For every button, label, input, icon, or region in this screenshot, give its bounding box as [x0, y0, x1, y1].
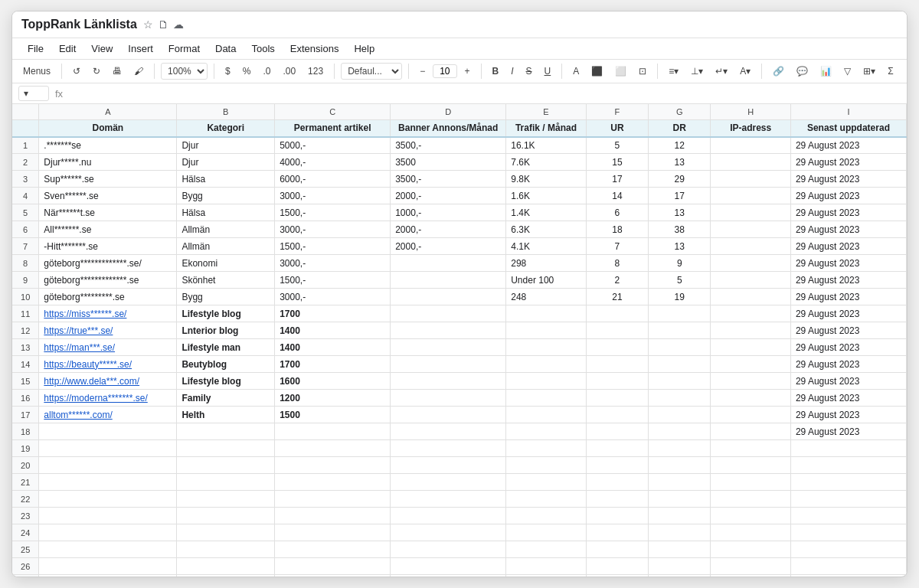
- percent-button[interactable]: %: [238, 64, 256, 79]
- empty-cell[interactable]: [391, 541, 506, 558]
- cell-A-2[interactable]: Djur*****.nu: [39, 154, 177, 171]
- cell-H-12[interactable]: [711, 322, 791, 339]
- menus-button[interactable]: Menus: [18, 64, 55, 79]
- cell-H-8[interactable]: [711, 255, 791, 272]
- empty-cell[interactable]: [177, 474, 275, 491]
- cell-C-2[interactable]: 4000,-: [275, 154, 391, 171]
- col-header-E[interactable]: E: [506, 104, 587, 120]
- cell-E-16[interactable]: [506, 390, 587, 407]
- cell-H-14[interactable]: [711, 356, 791, 373]
- cell-B-3[interactable]: Hälsa: [177, 171, 275, 188]
- cell-G-10[interactable]: 19: [649, 289, 711, 305]
- cell-I-11[interactable]: 29 August 2023: [790, 305, 906, 322]
- cell-A-3[interactable]: Sup******.se: [39, 171, 177, 188]
- cell-G-2[interactable]: 13: [649, 154, 711, 171]
- empty-cell[interactable]: [391, 575, 506, 577]
- empty-cell[interactable]: [586, 508, 648, 524]
- cell-F-6[interactable]: 18: [586, 221, 648, 238]
- cell-F-13[interactable]: [586, 339, 648, 356]
- empty-cell[interactable]: [506, 508, 587, 524]
- cell-I-15[interactable]: 29 August 2023: [790, 373, 906, 390]
- col-header-F[interactable]: F: [586, 104, 648, 120]
- cell-A-8[interactable]: göteborg*************.se/: [39, 255, 177, 272]
- table-row[interactable]: 13https://man***.se/Lifestyle man140029 …: [12, 339, 907, 356]
- col-header-A[interactable]: A: [39, 104, 177, 120]
- currency-button[interactable]: $: [221, 64, 235, 79]
- undo-button[interactable]: ↺: [68, 64, 85, 79]
- empty-cell[interactable]: [649, 524, 711, 541]
- cell-B-12[interactable]: Lnterior blog: [177, 322, 275, 339]
- cell-A-6[interactable]: All*******.se: [39, 221, 177, 238]
- cell-F-17[interactable]: [586, 407, 648, 423]
- cell-D-17[interactable]: [391, 407, 506, 423]
- link-button[interactable]: 🔗: [768, 64, 789, 79]
- table-row[interactable]: 1829 August 2023: [12, 423, 907, 440]
- cell-B-10[interactable]: Bygg: [177, 289, 275, 305]
- cell-B-11[interactable]: Lifestyle blog: [177, 305, 275, 322]
- cell-C-13[interactable]: 1400: [275, 339, 391, 356]
- cell-D-16[interactable]: [391, 390, 506, 407]
- menu-format[interactable]: Format: [162, 40, 206, 57]
- cell-F-18[interactable]: [586, 423, 648, 440]
- cell-D-18[interactable]: [391, 423, 506, 440]
- empty-cell[interactable]: [177, 524, 275, 541]
- cell-A-5[interactable]: När******t.se: [39, 204, 177, 221]
- font-select[interactable]: Defaul...: [341, 63, 402, 80]
- cell-F-4[interactable]: 14: [586, 188, 648, 204]
- paint-format-button[interactable]: 🖌: [129, 64, 148, 79]
- table-row[interactable]: 5När******t.seHälsa1500,-1000,-1.4K61329…: [12, 204, 907, 221]
- cell-F-9[interactable]: 2: [586, 272, 648, 289]
- empty-cell[interactable]: [275, 575, 391, 577]
- cell-C-18[interactable]: [275, 423, 391, 440]
- cell-A-7[interactable]: -Hitt*******.se: [39, 238, 177, 255]
- strikethrough-button[interactable]: S: [522, 64, 537, 79]
- font-size-increase-button[interactable]: +: [460, 64, 475, 79]
- cell-A-12[interactable]: https://true***.se/: [39, 322, 177, 339]
- empty-cell[interactable]: [506, 457, 587, 474]
- empty-cell[interactable]: [711, 541, 791, 558]
- empty-cell[interactable]: [586, 491, 648, 508]
- cell-E-4[interactable]: 1.6K: [506, 188, 587, 204]
- table-row[interactable]: 7-Hitt*******.seAllmän1500,-2000,-4.1K71…: [12, 238, 907, 255]
- cell-F-1[interactable]: 5: [586, 137, 648, 154]
- cell-E-8[interactable]: 298: [506, 255, 587, 272]
- freeze-button[interactable]: ⊞▾: [858, 64, 880, 79]
- table-row[interactable]: 12https://true***.se/Lnterior blog140029…: [12, 322, 907, 339]
- empty-cell[interactable]: [711, 491, 791, 508]
- empty-cell[interactable]: [790, 508, 906, 524]
- cell-G-17[interactable]: [649, 407, 711, 423]
- empty-cell[interactable]: [177, 575, 275, 577]
- cell-G-6[interactable]: 38: [649, 221, 711, 238]
- cell-G-4[interactable]: 17: [649, 188, 711, 204]
- cell-I-1[interactable]: 29 August 2023: [790, 137, 906, 154]
- comment-button[interactable]: 💬: [792, 64, 813, 79]
- spreadsheet-area[interactable]: A B C D E F G H I DomänKategoriPermanent…: [12, 104, 907, 577]
- align-button[interactable]: ≡▾: [664, 64, 683, 79]
- cell-C-7[interactable]: 1500,-: [275, 238, 391, 255]
- table-row[interactable]: 2Djur*****.nuDjur4000,-35007.6K151329 Au…: [12, 154, 907, 171]
- empty-cell[interactable]: [391, 440, 506, 457]
- cell-E-3[interactable]: 9.8K: [506, 171, 587, 188]
- cell-H-3[interactable]: [711, 171, 791, 188]
- cell-G-7[interactable]: 13: [649, 238, 711, 255]
- empty-cell[interactable]: [391, 524, 506, 541]
- empty-cell[interactable]: [586, 474, 648, 491]
- col-header-I[interactable]: I: [790, 104, 906, 120]
- cell-H-7[interactable]: [711, 238, 791, 255]
- cell-I-14[interactable]: 29 August 2023: [790, 356, 906, 373]
- empty-cell[interactable]: [177, 440, 275, 457]
- menu-insert[interactable]: Insert: [122, 40, 159, 57]
- table-row[interactable]: 14https://beauty*****.se/Beutyblog170029…: [12, 356, 907, 373]
- empty-cell[interactable]: [391, 457, 506, 474]
- empty-cell[interactable]: [506, 575, 587, 577]
- empty-cell[interactable]: [275, 491, 391, 508]
- empty-cell[interactable]: [711, 524, 791, 541]
- cell-B-6[interactable]: Allmän: [177, 221, 275, 238]
- table-row[interactable]: 3Sup******.seHälsa6000,-3500,-9.8K172929…: [12, 171, 907, 188]
- cell-H-17[interactable]: [711, 407, 791, 423]
- empty-cell[interactable]: [649, 440, 711, 457]
- cell-G-18[interactable]: [649, 423, 711, 440]
- empty-cell[interactable]: [649, 457, 711, 474]
- cell-H-1[interactable]: [711, 137, 791, 154]
- empty-cell[interactable]: [586, 440, 648, 457]
